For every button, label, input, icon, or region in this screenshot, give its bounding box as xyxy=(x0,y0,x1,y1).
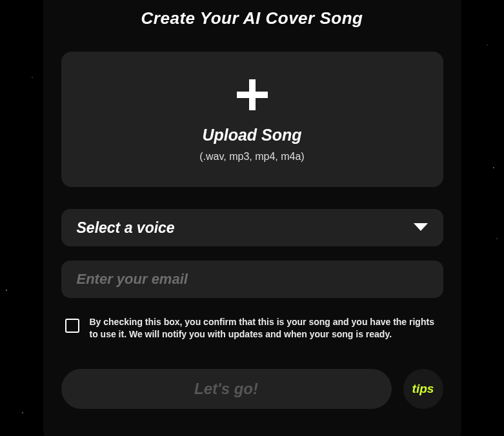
consent-checkbox[interactable] xyxy=(65,319,79,333)
footer-row: Let's go! tips xyxy=(61,369,443,409)
page-title: Create Your AI Cover Song xyxy=(61,8,443,28)
consent-text: By checking this box, you confirm that t… xyxy=(90,316,439,341)
plus-icon xyxy=(234,77,270,113)
submit-button[interactable]: Let's go! xyxy=(61,369,392,409)
consent-row: By checking this box, you confirm that t… xyxy=(61,316,443,341)
voice-select[interactable]: Select a voice xyxy=(61,209,443,246)
svg-marker-2 xyxy=(414,223,428,231)
tips-button[interactable]: tips xyxy=(403,369,443,409)
email-field[interactable] xyxy=(61,261,443,298)
upload-formats: (.wav, mp3, mp4, m4a) xyxy=(199,151,304,163)
upload-label: Upload Song xyxy=(202,126,301,144)
svg-rect-1 xyxy=(237,92,268,98)
form-panel: Create Your AI Cover Song Upload Song (.… xyxy=(43,0,461,436)
chevron-down-icon xyxy=(414,223,428,232)
upload-song-dropzone[interactable]: Upload Song (.wav, mp3, mp4, m4a) xyxy=(61,52,443,187)
voice-select-placeholder: Select a voice xyxy=(77,219,175,237)
